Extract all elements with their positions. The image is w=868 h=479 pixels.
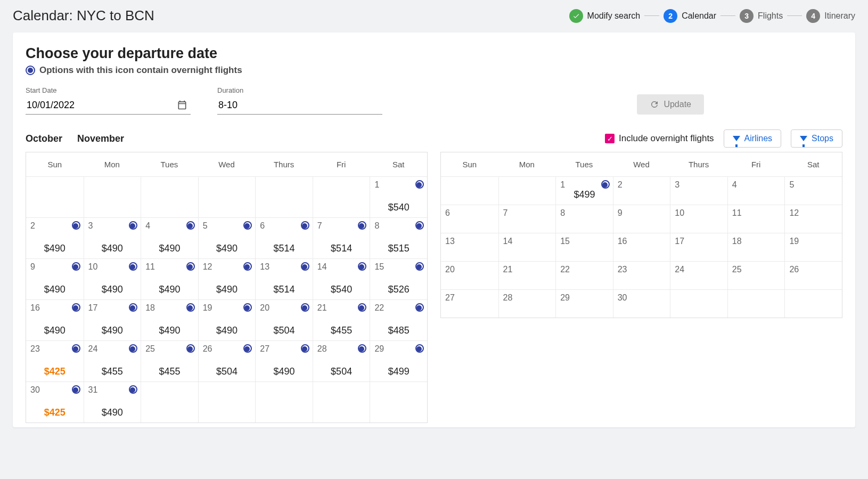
calendar-cell[interactable]: 9$490 — [26, 258, 84, 299]
calendar-cell[interactable]: 16$490 — [26, 299, 84, 340]
calendar-cell[interactable]: 16 — [613, 233, 670, 261]
calendar-cell[interactable]: 8 — [555, 205, 613, 233]
day-number: 24 — [675, 265, 723, 274]
calendar-cell[interactable]: 13 — [441, 233, 498, 261]
duration-input[interactable] — [217, 96, 382, 115]
calendar-icon[interactable] — [177, 100, 187, 110]
moon-icon — [72, 262, 80, 271]
include-overnight-checkbox[interactable]: ✓ Include overnight flights — [605, 133, 714, 144]
calendar-cell[interactable]: 24 — [670, 261, 727, 289]
calendar-cell[interactable]: 5$490 — [198, 217, 256, 258]
calendar-cell[interactable]: 12 — [784, 205, 842, 233]
calendar-cell[interactable]: 22 — [555, 261, 613, 289]
calendar-cell[interactable]: 9 — [613, 205, 670, 233]
calendar-cell[interactable]: 15$526 — [370, 258, 427, 299]
calendar-cell[interactable]: 8$515 — [370, 217, 427, 258]
calendar-cell[interactable]: 20$504 — [255, 299, 313, 340]
calendar-cell[interactable]: 3$490 — [84, 217, 141, 258]
calendar-cell[interactable]: 11$490 — [141, 258, 198, 299]
calendar-cell[interactable]: 28$504 — [313, 340, 370, 381]
calendar-cell[interactable]: 3 — [670, 176, 727, 205]
tab-november[interactable]: November — [77, 133, 124, 144]
calendar-cell[interactable]: 31$490 — [84, 381, 141, 423]
calendar-cell[interactable]: 28 — [498, 289, 556, 318]
calendar-cell[interactable]: 21 — [498, 261, 556, 289]
duration-field[interactable]: Duration — [217, 86, 382, 115]
calendar-cell[interactable]: 7$514 — [313, 217, 370, 258]
price: $490 — [84, 407, 141, 418]
calendar-cell[interactable]: 23$425 — [26, 340, 84, 381]
moon-icon — [415, 303, 424, 312]
calendar-cell[interactable]: 17 — [670, 233, 727, 261]
calendar-cell — [198, 381, 256, 423]
calendar-cell[interactable]: 4 — [727, 176, 785, 205]
calendar-cell[interactable]: 10 — [670, 205, 727, 233]
price: $490 — [84, 284, 141, 295]
update-button[interactable]: Update — [637, 94, 704, 115]
calendar-cell[interactable]: 27$490 — [255, 340, 313, 381]
calendar-cell[interactable]: 29 — [555, 289, 613, 318]
calendar-cell[interactable]: 5 — [784, 176, 842, 205]
step-number: 3 — [740, 9, 754, 23]
calendar-cell[interactable]: 24$455 — [84, 340, 141, 381]
step-label: Calendar — [682, 11, 716, 21]
calendar-cell[interactable]: 19$490 — [198, 299, 256, 340]
calendar-cell[interactable]: 23 — [613, 261, 670, 289]
calendar-cell[interactable]: 21$455 — [313, 299, 370, 340]
calendar-cell[interactable]: 14 — [498, 233, 556, 261]
calendar-cell[interactable]: 20 — [441, 261, 498, 289]
price: $490 — [199, 284, 256, 295]
moon-icon — [186, 221, 195, 230]
calendar-cell[interactable]: 7 — [498, 205, 556, 233]
start-date-field[interactable]: Start Date — [26, 86, 191, 115]
calendar-cell[interactable]: 1$540 — [370, 176, 427, 217]
day-number: 21 — [503, 265, 552, 274]
calendar-cell[interactable]: 30 — [613, 289, 670, 318]
start-date-input[interactable] — [26, 96, 191, 115]
calendar-cell[interactable]: 12$490 — [198, 258, 256, 299]
calendar-cell[interactable]: 15 — [555, 233, 613, 261]
price: $490 — [84, 243, 141, 254]
price: $455 — [313, 325, 370, 336]
checkbox-icon: ✓ — [605, 134, 615, 143]
day-number: 13 — [445, 237, 494, 246]
weekday-header: Sun — [26, 152, 84, 176]
calendar-cell[interactable]: 26 — [784, 261, 842, 289]
calendar-cell[interactable]: 1$499 — [555, 176, 613, 205]
tab-october[interactable]: October — [26, 133, 62, 144]
calendar-cell[interactable]: 30$425 — [26, 381, 84, 423]
calendar-cell[interactable]: 10$490 — [84, 258, 141, 299]
calendar-cell[interactable]: 14$540 — [313, 258, 370, 299]
calendar-cell[interactable]: 27 — [441, 289, 498, 318]
step-modify-search[interactable]: Modify search — [569, 9, 641, 23]
day-number: 16 — [618, 237, 666, 246]
calendar-cell[interactable]: 11 — [727, 205, 785, 233]
calendar-cell[interactable]: 26$504 — [198, 340, 256, 381]
stops-filter-button[interactable]: Stops — [791, 129, 842, 148]
airlines-filter-button[interactable]: Airlines — [724, 129, 781, 148]
calendar-cell[interactable]: 2$490 — [26, 217, 84, 258]
calendar-cell[interactable]: 29$499 — [370, 340, 427, 381]
calendar-cell[interactable]: 25 — [727, 261, 785, 289]
day-number: 22 — [560, 265, 609, 274]
calendar-cell[interactable]: 19 — [784, 233, 842, 261]
calendar-cell[interactable]: 13$514 — [255, 258, 313, 299]
step-itinerary[interactable]: 4 Itinerary — [806, 9, 855, 23]
step-flights[interactable]: 3 Flights — [740, 9, 783, 23]
calendar-cell[interactable]: 4$490 — [141, 217, 198, 258]
moon-icon — [186, 303, 195, 312]
calendar-cell — [313, 176, 370, 217]
calendar-cell[interactable]: 18 — [727, 233, 785, 261]
price: $455 — [141, 366, 198, 377]
calendar-cell[interactable]: 18$490 — [141, 299, 198, 340]
price: $490 — [26, 325, 84, 336]
calendar-cell[interactable]: 25$455 — [141, 340, 198, 381]
calendar-cell[interactable]: 2 — [613, 176, 670, 205]
calendar-cell[interactable]: 6 — [441, 205, 498, 233]
october-calendar: SunMonTuesWedThursFriSat 1$5402$4903$490… — [26, 152, 428, 423]
step-calendar[interactable]: 2 Calendar — [664, 9, 716, 23]
calendar-cell[interactable]: 22$485 — [370, 299, 427, 340]
calendar-cell[interactable]: 6$514 — [255, 217, 313, 258]
calendar-cell[interactable]: 17$490 — [84, 299, 141, 340]
moon-icon — [72, 344, 80, 353]
